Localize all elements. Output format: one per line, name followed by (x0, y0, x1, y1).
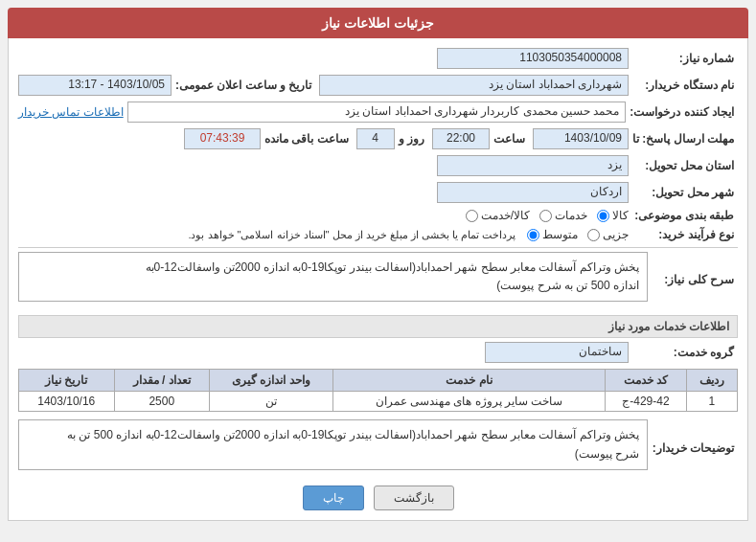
radio-jozi-item[interactable]: جزیی (587, 228, 629, 241)
need-number-label: شماره نیاز: (632, 52, 738, 65)
radio-motavasset-item[interactable]: متوسط (527, 228, 578, 241)
requester-value: محمد حسین محمدی کاربردار شهرداری احمدابا… (127, 102, 627, 123)
need-number-value: 1103050354000008 (437, 48, 629, 69)
response-date: 1403/10/09 (533, 128, 629, 149)
radio-kala-item[interactable]: کالا (597, 209, 629, 222)
services-section-title: اطلاعات خدمات مورد نیاز (18, 315, 738, 338)
buyer-desc-line2: شرح پیوست) (27, 445, 639, 463)
cell-row-num: 1 (686, 392, 737, 412)
cell-unit: تن (209, 392, 332, 412)
requester-label: ایجاد کننده درخواست: (630, 105, 738, 119)
cell-quantity: 2500 (114, 392, 209, 412)
cell-date: 1403/10/16 (19, 392, 115, 412)
province-value: یزد (437, 155, 629, 176)
buyer-date-row: نام دستگاه خریدار: شهرداری احمداباد استا… (18, 75, 738, 96)
services-table: ردیف کد خدمت نام خدمت واحد اندازه گیری ت… (18, 369, 738, 412)
process-note: پرداخت تمام یا بخشی از مبلغ خرید از محل … (188, 229, 515, 241)
city-label: شهر محل تحویل: (632, 186, 738, 199)
response-remaining: 07:43:39 (184, 128, 261, 149)
radio-kala-label: کالا (612, 209, 629, 222)
province-label: استان محل تحویل: (632, 159, 738, 172)
service-group-row: گروه خدمت: ساختمان (18, 342, 738, 363)
date-label: تاریخ و ساعت اعلان عمومی: (175, 79, 315, 92)
category-row: طبقه بندی موضوعی: کالا/خدمت خدمات کالا (18, 209, 738, 222)
col-date: تاریخ نیاز (19, 370, 115, 392)
need-desc-label: سرح کلی نیاز: (652, 273, 738, 286)
cell-service-code: 429-42-ج (605, 392, 686, 412)
need-desc-section: سرح کلی نیاز: پخش وتراکم آسفالت معابر سط… (18, 252, 738, 307)
process-label: نوع فرآیند خرید: (632, 228, 738, 241)
process-radio-group: متوسط جزیی (527, 228, 629, 241)
radio-kala-khadamat-item[interactable]: کالا/خدمت (466, 209, 530, 222)
province-row: استان محل تحویل: یزد (18, 155, 738, 176)
col-quantity: تعداد / مقدار (114, 370, 209, 392)
buyer-desc-label: توضیحات خریدار: (652, 441, 738, 455)
radio-jozi-label: جزیی (603, 228, 629, 241)
response-day-label: روز و (399, 132, 428, 146)
response-remaining-label: ساعت باقی مانده (264, 132, 353, 146)
col-row-num: ردیف (686, 370, 737, 392)
page-header: جزئیات اطلاعات نیاز (8, 8, 748, 38)
buyer-name-value: شهرداری احمداباد استان یزد (319, 75, 629, 96)
date-value: 1403/10/05 - 13:17 (18, 75, 172, 96)
divider1 (18, 247, 738, 248)
buyer-desc-row: توضیحات خریدار: پخش وتراکم آسفالت معابر … (18, 419, 738, 475)
col-unit: واحد اندازه گیری (209, 370, 332, 392)
city-row: شهر محل تحویل: اردکان (18, 182, 738, 203)
contact-link[interactable]: اطلاعات تماس خریدار (18, 105, 124, 119)
process-row: نوع فرآیند خرید: متوسط جزیی پرداخت تمام … (18, 228, 738, 241)
radio-kala-khadamat-input[interactable] (466, 210, 478, 222)
table-body: 1 429-42-ج ساخت سایر پروژه های مهندسی عم… (19, 392, 738, 412)
print-button[interactable]: چاپ (303, 486, 364, 510)
category-label: طبقه بندی موضوعی: (632, 209, 738, 222)
table-row: 1 429-42-ج ساخت سایر پروژه های مهندسی عم… (19, 392, 738, 412)
col-service-name: نام خدمت (332, 370, 605, 392)
service-group-label: گروه خدمت: (632, 346, 738, 359)
response-time: 22:00 (432, 128, 490, 149)
col-service-code: کد خدمت (605, 370, 686, 392)
response-day: 4 (356, 128, 395, 149)
radio-jozi-input[interactable] (587, 229, 600, 241)
radio-khadamat-input[interactable] (539, 210, 552, 222)
requester-row: ایجاد کننده درخواست: محمد حسین محمدی کار… (18, 102, 738, 123)
buyer-desc-line1: پخش وتراکم آسفالت معابر سطح شهر احمداباد… (27, 426, 639, 444)
radio-kala-input[interactable] (597, 210, 609, 222)
radio-khadamat-label: خدمات (555, 209, 587, 222)
buyer-desc-box: پخش وتراکم آسفالت معابر سطح شهر احمداباد… (18, 419, 648, 469)
response-deadline-label: مهلت ارسال پاسخ: تا (632, 132, 738, 146)
table-header: ردیف کد خدمت نام خدمت واحد اندازه گیری ت… (19, 370, 738, 392)
radio-motavasset-label: متوسط (542, 228, 578, 241)
need-desc-line2: اندازه 500 تن به شرح پیوست) (27, 277, 639, 295)
need-number-row: شماره نیاز: 1103050354000008 (18, 48, 738, 69)
button-row: بازگشت چاپ (18, 486, 738, 510)
category-radio-group: کالا/خدمت خدمات کالا (466, 209, 629, 222)
radio-khadamat-item[interactable]: خدمات (539, 209, 587, 222)
city-value: اردکان (437, 182, 629, 203)
service-group-value: ساختمان (485, 342, 629, 363)
main-card: شماره نیاز: 1103050354000008 نام دستگاه … (8, 38, 748, 521)
response-time-label: ساعت (493, 132, 529, 146)
cell-service-name: ساخت سایر پروژه های مهندسی عمران (332, 392, 605, 412)
back-button[interactable]: بازگشت (374, 486, 454, 510)
response-deadline-row: مهلت ارسال پاسخ: تا 1403/10/09 ساعت 22:0… (18, 128, 738, 149)
table-header-row: ردیف کد خدمت نام خدمت واحد اندازه گیری ت… (19, 370, 738, 392)
need-desc-line1: پخش وتراکم آسفالت معابر سطح شهر احمداباد… (27, 259, 639, 277)
buyer-name-label: نام دستگاه خریدار: (632, 79, 738, 92)
radio-motavasset-input[interactable] (527, 229, 539, 241)
need-desc-box: پخش وتراکم آسفالت معابر سطح شهر احمداباد… (18, 252, 648, 302)
radio-kala-khadamat-label: کالا/خدمت (481, 209, 530, 222)
